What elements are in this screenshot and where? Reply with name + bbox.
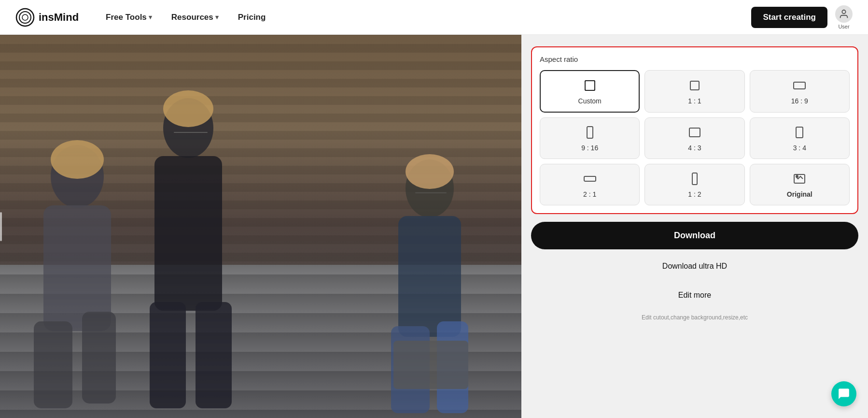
svg-rect-28 <box>584 176 596 181</box>
chat-bubble-button[interactable] <box>831 381 856 406</box>
ratio-3-4-label: 3 : 4 <box>793 144 806 152</box>
svg-point-8 <box>51 140 104 179</box>
svg-rect-29 <box>692 173 697 185</box>
svg-rect-14 <box>174 132 208 133</box>
ratio-3-4-icon <box>792 125 807 140</box>
ratio-original-label: Original <box>787 190 812 198</box>
aspect-ratio-section: Aspect ratio Custom <box>531 46 858 214</box>
nav-right: Start creating User <box>751 5 853 29</box>
edit-more-button[interactable]: Edit more <box>531 283 858 307</box>
ratio-1-1-label: 1 : 1 <box>688 97 701 105</box>
ratio-original-icon <box>792 171 807 187</box>
nav-pricing[interactable]: Pricing <box>230 9 274 26</box>
logo[interactable]: insMind <box>15 8 79 27</box>
edit-hint: Edit cutout,change background,resize,etc <box>531 314 858 321</box>
photo-background <box>0 35 521 418</box>
resources-chevron: ▾ <box>215 14 219 21</box>
svg-rect-7 <box>82 312 116 404</box>
ratio-9-16-label: 9 : 16 <box>581 144 598 152</box>
start-creating-button[interactable]: Start creating <box>751 7 827 28</box>
ratio-16-9-icon <box>792 78 807 93</box>
free-tools-chevron: ▾ <box>149 14 152 21</box>
svg-rect-27 <box>796 127 803 138</box>
ratio-1-2-label: 1 : 2 <box>688 190 701 198</box>
ratio-3-4[interactable]: 3 : 4 <box>750 117 850 159</box>
svg-point-1 <box>19 12 31 23</box>
user-label: User <box>838 24 849 29</box>
navbar: insMind Free Tools ▾ Resources ▾ Pricing… <box>0 0 868 35</box>
ratio-2-1-icon <box>582 171 598 187</box>
resources-label: Resources <box>171 13 213 22</box>
svg-point-13 <box>163 90 213 127</box>
svg-rect-21 <box>393 341 468 389</box>
svg-rect-23 <box>690 81 699 90</box>
ratio-original[interactable]: Original <box>750 164 850 205</box>
svg-rect-24 <box>794 82 805 89</box>
person3-silhouette <box>367 147 492 418</box>
download-section: Download Download ultra HD Edit more Edi… <box>531 222 858 321</box>
user-menu[interactable]: User <box>835 5 853 29</box>
image-area <box>0 35 521 418</box>
side-panel: Aspect ratio Custom <box>521 35 868 418</box>
ratio-4-3[interactable]: 4 : 3 <box>644 117 744 159</box>
svg-rect-6 <box>34 321 72 408</box>
ratio-1-1-icon <box>687 78 702 93</box>
svg-rect-22 <box>585 81 595 90</box>
aspect-ratio-title: Aspect ratio <box>540 55 850 63</box>
scroll-indicator <box>0 212 2 241</box>
ratio-4-3-label: 4 : 3 <box>688 144 701 152</box>
person2-silhouette <box>126 89 251 418</box>
nav-free-tools[interactable]: Free Tools ▾ <box>98 9 160 26</box>
ratio-1-1[interactable]: 1 : 1 <box>644 70 744 113</box>
chat-icon <box>838 388 850 400</box>
svg-rect-16 <box>398 216 461 337</box>
svg-point-2 <box>22 14 28 20</box>
pricing-label: Pricing <box>238 13 266 22</box>
svg-point-19 <box>406 154 454 189</box>
main-content: Aspect ratio Custom <box>0 35 868 418</box>
free-tools-label: Free Tools <box>106 13 147 22</box>
svg-rect-10 <box>154 156 222 311</box>
ratio-16-9-label: 16 : 9 <box>791 97 808 105</box>
ratio-16-9[interactable]: 16 : 9 <box>750 70 850 113</box>
svg-rect-20 <box>415 192 447 193</box>
ratio-2-1[interactable]: 2 : 1 <box>540 164 640 205</box>
svg-rect-12 <box>196 302 232 408</box>
ratio-9-16[interactable]: 9 : 16 <box>540 117 640 159</box>
ratio-custom-label: Custom <box>578 97 602 105</box>
svg-point-31 <box>796 175 798 177</box>
ratio-1-2[interactable]: 1 : 2 <box>644 164 744 205</box>
svg-rect-26 <box>689 128 700 137</box>
svg-rect-11 <box>150 302 186 408</box>
ratio-grid: Custom 1 : 1 <box>540 70 850 205</box>
nav-links: Free Tools ▾ Resources ▾ Pricing <box>98 9 751 26</box>
svg-rect-25 <box>587 127 593 138</box>
download-hd-button[interactable]: Download ultra HD <box>531 254 858 278</box>
people-area <box>0 92 521 418</box>
nav-resources[interactable]: Resources ▾ <box>164 9 226 26</box>
ratio-2-1-label: 2 : 1 <box>583 190 596 198</box>
custom-icon <box>582 78 598 93</box>
svg-point-3 <box>842 10 845 13</box>
brand-name: insMind <box>39 11 79 24</box>
logo-icon <box>15 8 35 27</box>
user-avatar <box>835 5 853 23</box>
ratio-4-3-icon <box>687 125 702 140</box>
download-button[interactable]: Download <box>531 222 858 249</box>
ratio-1-2-icon <box>687 171 702 187</box>
ratio-9-16-icon <box>582 125 598 140</box>
ratio-custom[interactable]: Custom <box>540 70 640 113</box>
